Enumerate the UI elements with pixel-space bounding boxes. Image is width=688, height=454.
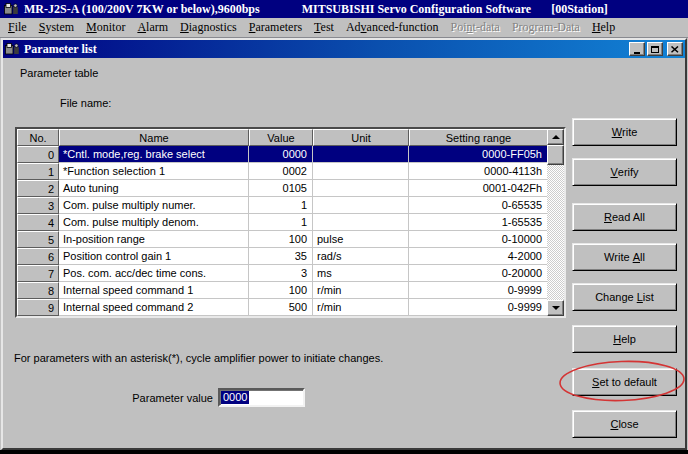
menu-point-data[interactable]: Point-data [445,19,506,36]
cell-value: 35 [249,248,313,265]
button-label: ist [643,291,654,303]
table-row[interactable]: 7 Pos. com. acc/dec time cons. 3 ms 0-20… [17,265,547,282]
menu-label: arameters [255,20,302,34]
table-row[interactable]: 5 In-position range 100 pulse 0-10000 [17,231,547,248]
dialog-button-column: Write Verify Read All Write All Change L… [572,118,677,438]
menu-label: elp [601,20,616,34]
button-label: ead All [612,211,645,223]
col-header-no: No. [17,129,59,146]
close-button[interactable]: Close [572,410,677,438]
table-row[interactable]: 6 Position control gain 1 35 rad/s 4-200… [17,248,547,265]
table-row[interactable]: 3 Com. pulse multiply numer. 1 0-65535 [17,197,547,214]
scroll-track[interactable] [547,165,564,300]
menu-diagnostics[interactable]: Diagnostics [174,19,243,36]
verify-button[interactable]: Verify [572,158,677,186]
menu-mnemonic: M [86,20,97,34]
titlebar-minimize-button[interactable] [629,42,645,56]
col-header-value: Value [249,129,313,146]
cell-range: 0000-4113h [409,163,547,180]
change-list-button[interactable]: Change List [572,283,677,311]
write-button[interactable]: Write [572,118,677,146]
parameter-value-selected-text: 0000 [221,391,249,404]
col-header-name: Name [59,129,249,146]
scroll-up-icon [552,135,560,139]
cell-no: 8 [17,282,59,299]
menu-advanced-function[interactable]: Advanced-function [340,19,445,36]
menu-label: est [321,20,334,34]
section-label: Parameter table [20,67,98,79]
file-name-label: File name: [60,97,111,109]
cell-name: Auto tuning [59,180,249,197]
menu-file[interactable]: File [2,19,33,36]
app-icon[interactable] [4,3,20,16]
col-header-range: Setting range [409,129,547,146]
menu-system[interactable]: System [33,19,80,36]
cell-unit: rad/s [313,248,409,265]
cell-no: 9 [17,299,59,316]
cell-no: 1 [17,163,59,180]
cell-name: In-position range [59,231,249,248]
cell-unit: pulse [313,231,409,248]
button-label: elp [621,333,636,345]
cell-name: *Cntl. mode,reg. brake select [59,146,249,163]
cell-value: 0000 [249,146,313,163]
menu-mnemonic: D [180,20,189,34]
cell-range: 1-65535 [409,214,547,231]
cell-range: 0-10000 [409,231,547,248]
button-label: Change [595,291,637,303]
table-row[interactable]: 8 Internal speed command 1 100 r/min 0-9… [17,282,547,299]
read-all-button[interactable]: Read All [572,203,677,231]
menu-program-data[interactable]: Program-Data [506,19,586,36]
vertical-scrollbar[interactable] [547,129,564,316]
scroll-thumb[interactable] [547,145,564,165]
table-row[interactable]: 9 Internal speed command 2 500 r/min 0-9… [17,299,547,316]
menu-alarm[interactable]: Alarm [131,19,174,36]
cell-name: *Function selection 1 [59,163,249,180]
titlebar-maximize-button[interactable] [647,42,663,56]
parameter-table: No. Name Value Unit Setting range 0 *Cnt… [15,127,566,318]
button-label: erify [618,166,639,178]
parameter-value-input[interactable]: 0000 [218,388,305,407]
main-window: MR-J2S-A (100/200V 7KW or below),9600bps… [0,0,688,450]
cell-name: Com. pulse multiply numer. [59,197,249,214]
table-row[interactable]: 1 *Function selection 1 0002 0000-4113h [17,163,547,180]
scroll-down-button[interactable] [547,300,564,316]
menu-label: Ad [346,20,361,34]
titlebar-close-button[interactable] [667,42,683,56]
cell-name: Position control gain 1 [59,248,249,265]
menu-help[interactable]: Help [586,19,621,36]
table-grid: No. Name Value Unit Setting range 0 *Cnt… [17,129,547,316]
cell-range: 0-65535 [409,197,547,214]
scroll-up-button[interactable] [547,129,564,145]
menu-label: anced-function [367,20,439,34]
menu-mnemonic: F [8,20,15,34]
cell-name: Internal speed command 1 [59,282,249,299]
cell-no: 0 [17,146,59,163]
cell-no: 6 [17,248,59,265]
cell-unit [313,214,409,231]
main-titlebar[interactable]: MR-J2S-A (100/200V 7KW or below),9600bps… [0,0,688,18]
cell-range: 0000-FF05h [409,146,547,163]
write-all-button[interactable]: Write All [572,243,677,271]
help-button[interactable]: Help [572,325,677,353]
menu-test[interactable]: Test [308,19,340,36]
menu-mnemonic: H [592,20,601,34]
table-row[interactable]: 4 Com. pulse multiply denom. 1 1-65535 [17,214,547,231]
menu-monitor[interactable]: Monitor [80,19,131,36]
button-label: Write [604,251,633,263]
cell-range: 0001-042Fh [409,180,547,197]
table-row[interactable]: 0 *Cntl. mode,reg. brake select 0000 000… [17,146,547,163]
table-row[interactable]: 2 Auto tuning 0105 0001-042Fh [17,180,547,197]
cell-no: 4 [17,214,59,231]
app-title-software: MITSUBISHI Servo Configuration Software [302,2,531,17]
cell-name: Internal speed command 2 [59,299,249,316]
dialog-titlebar[interactable]: Parameter list [3,40,685,58]
menu-parameters[interactable]: Parameters [243,19,308,36]
app-icon[interactable] [5,43,21,56]
set-to-default-button[interactable]: Set to default [572,368,677,396]
cell-no: 7 [17,265,59,282]
button-mnemonic: H [613,333,621,345]
menu-label: iagnostics [189,20,237,34]
cell-value: 3 [249,265,313,282]
cell-value: 1 [249,197,313,214]
